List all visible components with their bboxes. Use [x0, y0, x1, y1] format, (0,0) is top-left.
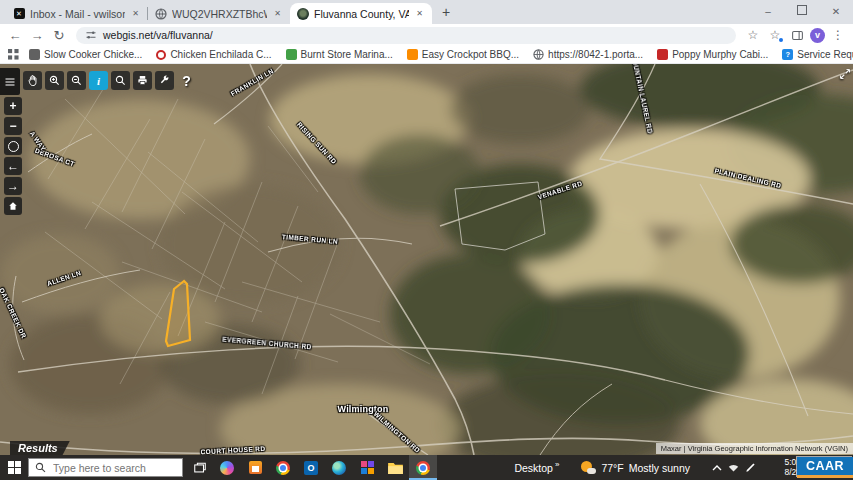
map-toolbar: i? [0, 68, 196, 95]
bookmark-item[interactable]: Poppy Murphy Cabi... [657, 49, 768, 60]
bookmark-star-icon[interactable]: ☆ [744, 26, 762, 44]
results-panel-tab[interactable]: Results [10, 441, 70, 455]
edge-icon [332, 461, 346, 475]
apps-grid-icon[interactable] [8, 49, 19, 60]
zoom-out-button[interactable]: − [4, 117, 22, 135]
browser-tab[interactable]: Fluvanna County, VA✕ [290, 3, 432, 24]
explorer-icon [388, 462, 403, 474]
side-panel-icon[interactable] [788, 26, 806, 44]
minimize-icon[interactable]: – [751, 0, 785, 24]
taskbar-clock[interactable]: 5:01 8/28 [767, 458, 801, 478]
map-viewport[interactable]: FRANKLIN LNRISING SUN RDMOUNTAIN LAUREL … [0, 64, 853, 455]
window-controls: – ✕ [751, 0, 853, 24]
windows-taskbar: O Desktop» 77°F Mostly sunny 5:01 8/28 C… [0, 455, 853, 480]
bookmark-item[interactable]: Burnt Store Marina... [286, 49, 393, 60]
outlook-icon: O [304, 461, 318, 475]
plus-icon: + [9, 99, 16, 113]
hidden-icons-chevron-icon[interactable] [708, 464, 725, 472]
globe-icon [155, 8, 167, 20]
desktop-toolbar[interactable]: Desktop» [514, 462, 559, 474]
tab-close-icon[interactable]: ✕ [130, 8, 141, 19]
map-menu-icon[interactable] [0, 68, 20, 95]
chrome-taskbar-icon[interactable] [269, 455, 297, 480]
pan-tool[interactable] [23, 71, 42, 90]
pen-icon[interactable] [742, 462, 759, 473]
menu-kebab-icon[interactable]: ⋮ [829, 26, 847, 44]
recipe-gray-icon [29, 49, 40, 60]
outlook-taskbar-icon[interactable]: O [297, 455, 325, 480]
browser-tab-strip: ✕Inbox - Mail - vwilsonrealtor@✕WUQ2VHRX… [0, 0, 853, 24]
clock-date: 8/28 [767, 468, 801, 478]
zoom-in-tool[interactable] [45, 71, 64, 90]
wrench-icon [159, 75, 170, 86]
caar-logo: CAAR [797, 457, 853, 478]
profile-avatar[interactable]: v [810, 28, 825, 43]
zoom-in-button[interactable]: + [4, 97, 22, 115]
tabs-container: ✕Inbox - Mail - vwilsonrealtor@✕WUQ2VHRX… [0, 0, 432, 24]
tab-close-icon[interactable]: ✕ [414, 8, 425, 19]
browser-tab[interactable]: WUQ2VHRXZTBhcWtHWVVjbX✕ [148, 3, 290, 24]
close-icon[interactable]: ✕ [819, 0, 853, 24]
address-bar[interactable]: webgis.net/va/fluvanna/ [76, 27, 736, 44]
bookmark-item[interactable]: https://8042-1.porta... [533, 49, 643, 60]
search-input[interactable] [51, 461, 170, 475]
back-icon[interactable]: ← [6, 26, 24, 44]
weather-temp: 77°F [601, 462, 623, 474]
chrome-webgis-taskbar-icon[interactable] [409, 455, 437, 480]
full-extent-button[interactable] [4, 137, 22, 155]
square-red-icon [657, 49, 668, 60]
browser-tab[interactable]: ✕Inbox - Mail - vwilsonrealtor@✕ [6, 3, 148, 24]
home-button[interactable] [4, 197, 22, 215]
store-taskbar-icon[interactable] [241, 455, 269, 480]
tab-close-icon[interactable]: ✕ [272, 8, 283, 19]
bookmark-item[interactable]: ?Service Requests for... [782, 49, 853, 60]
zoom-out-tool[interactable] [67, 71, 86, 90]
info-icon: i [97, 75, 100, 87]
forward-icon[interactable]: → [28, 26, 46, 44]
bookmark-label: Slow Cooker Chicke... [44, 49, 142, 60]
weather-widget[interactable]: 77°F Mostly sunny [581, 461, 690, 474]
map-tools: i? [23, 68, 196, 90]
identify-tool[interactable]: i [89, 71, 108, 90]
reading-list-star-icon[interactable]: ☆ [766, 26, 784, 44]
tune-icon[interactable] [85, 29, 97, 41]
network-icon[interactable] [725, 462, 742, 473]
file-explorer-taskbar-icon[interactable] [381, 455, 409, 480]
tab-title: Inbox - Mail - vwilsonrealtor@ [30, 8, 125, 20]
maximize-icon[interactable] [785, 0, 819, 24]
fullscreen-icon[interactable] [839, 66, 851, 78]
new-tab-button[interactable]: + [436, 2, 456, 22]
cortana-taskbar-icon[interactable] [213, 455, 241, 480]
url-text: webgis.net/va/fluvanna/ [103, 29, 213, 41]
bookmark-item[interactable]: Chicken Enchilada C... [156, 49, 271, 60]
bookmark-item[interactable]: Slow Cooker Chicke... [29, 49, 142, 60]
print-tool[interactable] [133, 71, 152, 90]
arrow-right-icon: → [7, 179, 19, 193]
tab-title: Fluvanna County, VA [314, 8, 409, 20]
previous-extent-button[interactable]: ← [4, 157, 22, 175]
tools-menu[interactable] [155, 71, 174, 90]
task-view-icon[interactable] [187, 455, 213, 480]
chrome-icon [276, 461, 290, 475]
satellite-imagery [0, 64, 853, 455]
circle-icon [8, 141, 19, 152]
reload-icon[interactable]: ↻ [50, 26, 68, 44]
zoom-in-icon [49, 75, 60, 86]
square-green-icon [286, 49, 297, 60]
search-tool[interactable] [111, 71, 130, 90]
home-icon [8, 201, 18, 211]
screen: ✕Inbox - Mail - vwilsonrealtor@✕WUQ2VHRX… [0, 0, 853, 480]
question-icon: ? [182, 73, 191, 89]
edge-taskbar-icon[interactable] [325, 455, 353, 480]
start-button[interactable] [0, 455, 28, 480]
search-icon [35, 462, 46, 473]
overflow-chevron-icon[interactable]: » [555, 460, 559, 469]
bookmark-label: Service Requests for... [797, 49, 853, 60]
mail-x-icon: ✕ [13, 8, 25, 20]
taskbar-search[interactable] [28, 458, 183, 477]
help-button[interactable]: ? [177, 71, 196, 90]
bookmark-item[interactable]: Easy Crockpot BBQ... [407, 49, 519, 60]
next-extent-button[interactable]: → [4, 177, 22, 195]
square-orange-icon [407, 49, 418, 60]
photos-taskbar-icon[interactable] [353, 455, 381, 480]
